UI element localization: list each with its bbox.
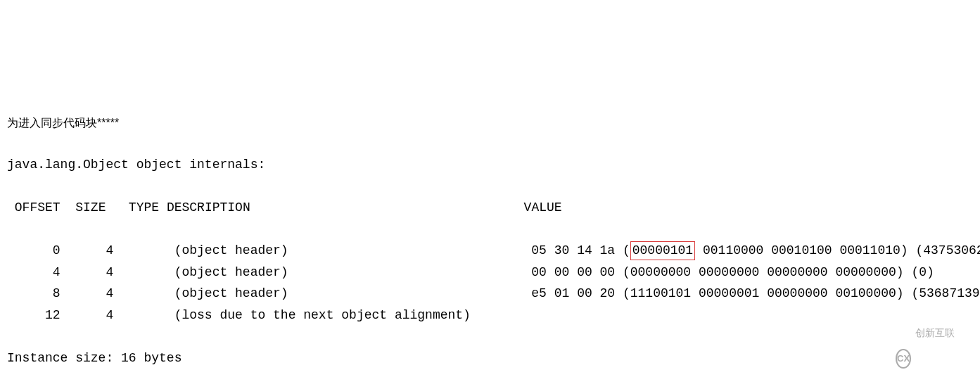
- watermark-logo: CX 创新互联 CXIHULIAN·CHUANGXINHULIAN: [896, 347, 973, 370]
- table-header-1: OFFSET SIZE TYPE DESCRIPTION VALUE: [7, 197, 973, 219]
- table-row: 8 4 (object header) e5 01 00 20 (1110010…: [7, 283, 973, 305]
- table-row: 12 4 (loss due to the next object alignm…: [7, 305, 973, 326]
- header-offset: OFFSET: [7, 200, 61, 215]
- header-size: SIZE: [75, 200, 106, 215]
- header-value: VALUE: [524, 200, 562, 215]
- section-heading-1: 为进入同步代码块*****: [7, 113, 973, 132]
- table-row: 0 4 (object header) 05 30 14 1a (0000010…: [7, 240, 973, 262]
- header-description: DESCRIPTION: [167, 200, 250, 215]
- header-type: TYPE: [129, 200, 159, 215]
- table-row: 4 4 (object header) 00 00 00 00 (0000000…: [7, 262, 973, 283]
- intro-line-1: java.lang.Object object internals:: [7, 154, 973, 176]
- watermark-text: 创新互联: [915, 325, 980, 342]
- instance-size-1: Instance size: 16 bytes: [7, 347, 973, 369]
- watermark-icon: CX: [896, 349, 911, 369]
- binary-highlight: 00000101: [630, 241, 695, 260]
